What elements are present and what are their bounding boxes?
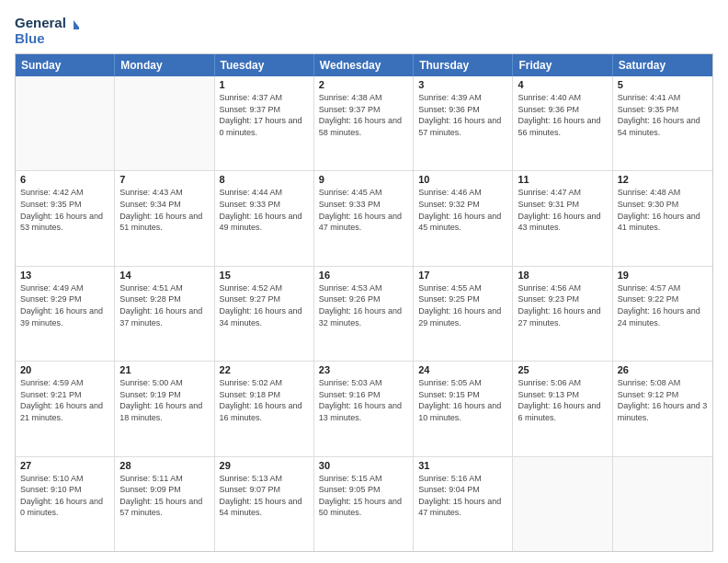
calendar-cell: 2 Sunrise: 4:38 AMSunset: 9:37 PMDayligh…	[314, 76, 414, 170]
calendar-cell: 25 Sunrise: 5:06 AMSunset: 9:13 PMDaylig…	[513, 362, 612, 455]
cell-info: Sunrise: 5:16 AMSunset: 9:04 PMDaylight:…	[418, 473, 507, 519]
cell-info: Sunrise: 4:47 AMSunset: 9:31 PMDaylight:…	[518, 187, 607, 233]
calendar-cell: 27 Sunrise: 5:10 AMSunset: 9:10 PMDaylig…	[16, 457, 115, 551]
day-number: 19	[618, 270, 708, 281]
calendar-cell: 1 Sunrise: 4:37 AMSunset: 9:37 PMDayligh…	[215, 76, 314, 170]
calendar-header-cell: Sunday	[16, 54, 115, 76]
logo: General Blue	[15, 11, 79, 48]
calendar-cell: 30 Sunrise: 5:15 AMSunset: 9:05 PMDaylig…	[314, 457, 414, 551]
svg-text:Blue: Blue	[15, 30, 45, 46]
cell-info: Sunrise: 4:38 AMSunset: 9:37 PMDaylight:…	[319, 92, 408, 138]
day-number: 25	[518, 364, 607, 375]
day-number: 30	[319, 460, 408, 471]
day-number: 28	[119, 460, 209, 471]
cell-info: Sunrise: 4:40 AMSunset: 9:36 PMDaylight:…	[518, 92, 607, 138]
day-number: 20	[20, 364, 109, 375]
calendar-header-cell: Friday	[513, 54, 612, 76]
calendar-week: 27 Sunrise: 5:10 AMSunset: 9:10 PMDaylig…	[16, 457, 712, 551]
cell-info: Sunrise: 4:59 AMSunset: 9:21 PMDaylight:…	[20, 377, 109, 423]
day-number: 12	[618, 174, 708, 185]
cell-info: Sunrise: 4:37 AMSunset: 9:37 PMDaylight:…	[220, 92, 309, 138]
day-number: 2	[319, 79, 408, 90]
calendar-cell: 12 Sunrise: 4:48 AMSunset: 9:30 PMDaylig…	[613, 171, 712, 265]
calendar-cell: 17 Sunrise: 4:55 AMSunset: 9:25 PMDaylig…	[414, 267, 513, 361]
day-number: 24	[418, 364, 507, 375]
page: General Blue SundayMondayTuesdayWednesda…	[0, 0, 728, 563]
day-number: 7	[119, 174, 209, 185]
svg-marker-2	[74, 20, 79, 29]
calendar-body: 1 Sunrise: 4:37 AMSunset: 9:37 PMDayligh…	[16, 76, 712, 551]
header: General Blue	[15, 11, 713, 48]
day-number: 17	[418, 270, 507, 281]
calendar-cell: 3 Sunrise: 4:39 AMSunset: 9:36 PMDayligh…	[414, 76, 513, 170]
cell-info: Sunrise: 4:55 AMSunset: 9:25 PMDaylight:…	[418, 282, 507, 328]
calendar-cell: 13 Sunrise: 4:49 AMSunset: 9:29 PMDaylig…	[16, 267, 115, 361]
svg-text:General: General	[15, 15, 66, 30]
calendar-cell: 16 Sunrise: 4:53 AMSunset: 9:26 PMDaylig…	[314, 267, 414, 361]
cell-info: Sunrise: 5:08 AMSunset: 9:12 PMDaylight:…	[618, 377, 708, 423]
cell-info: Sunrise: 4:56 AMSunset: 9:23 PMDaylight:…	[518, 282, 607, 328]
calendar-cell: 23 Sunrise: 5:03 AMSunset: 9:16 PMDaylig…	[314, 362, 414, 455]
cell-info: Sunrise: 4:52 AMSunset: 9:27 PMDaylight:…	[220, 282, 309, 328]
calendar-header-cell: Thursday	[414, 54, 513, 76]
cell-info: Sunrise: 4:53 AMSunset: 9:26 PMDaylight:…	[319, 282, 408, 328]
day-number: 26	[618, 364, 708, 375]
calendar-cell	[115, 76, 214, 170]
calendar-cell	[16, 76, 115, 170]
calendar-cell: 11 Sunrise: 4:47 AMSunset: 9:31 PMDaylig…	[513, 171, 612, 265]
cell-info: Sunrise: 5:15 AMSunset: 9:05 PMDaylight:…	[319, 473, 408, 519]
cell-info: Sunrise: 4:41 AMSunset: 9:35 PMDaylight:…	[618, 92, 708, 138]
cell-info: Sunrise: 5:13 AMSunset: 9:07 PMDaylight:…	[220, 473, 309, 519]
calendar-cell: 24 Sunrise: 5:05 AMSunset: 9:15 PMDaylig…	[414, 362, 513, 455]
day-number: 22	[220, 364, 309, 375]
day-number: 23	[319, 364, 408, 375]
calendar-cell: 5 Sunrise: 4:41 AMSunset: 9:35 PMDayligh…	[613, 76, 712, 170]
calendar-cell: 21 Sunrise: 5:00 AMSunset: 9:19 PMDaylig…	[115, 362, 214, 455]
calendar-cell: 29 Sunrise: 5:13 AMSunset: 9:07 PMDaylig…	[215, 457, 314, 551]
day-number: 11	[518, 174, 607, 185]
calendar-week: 6 Sunrise: 4:42 AMSunset: 9:35 PMDayligh…	[16, 171, 712, 266]
calendar-cell: 10 Sunrise: 4:46 AMSunset: 9:32 PMDaylig…	[414, 171, 513, 265]
cell-info: Sunrise: 5:10 AMSunset: 9:10 PMDaylight:…	[20, 473, 109, 519]
day-number: 1	[220, 79, 309, 90]
calendar-week: 13 Sunrise: 4:49 AMSunset: 9:29 PMDaylig…	[16, 267, 712, 362]
calendar-cell: 14 Sunrise: 4:51 AMSunset: 9:28 PMDaylig…	[115, 267, 214, 361]
day-number: 18	[518, 270, 607, 281]
calendar-cell: 6 Sunrise: 4:42 AMSunset: 9:35 PMDayligh…	[16, 171, 115, 265]
calendar-cell: 15 Sunrise: 4:52 AMSunset: 9:27 PMDaylig…	[215, 267, 314, 361]
calendar-cell: 26 Sunrise: 5:08 AMSunset: 9:12 PMDaylig…	[613, 362, 712, 455]
calendar-header: SundayMondayTuesdayWednesdayThursdayFrid…	[16, 54, 712, 76]
calendar-cell: 28 Sunrise: 5:11 AMSunset: 9:09 PMDaylig…	[115, 457, 214, 551]
calendar-header-cell: Monday	[115, 54, 214, 76]
cell-info: Sunrise: 5:00 AMSunset: 9:19 PMDaylight:…	[119, 377, 209, 423]
day-number: 13	[20, 270, 109, 281]
cell-info: Sunrise: 4:57 AMSunset: 9:22 PMDaylight:…	[618, 282, 708, 328]
calendar: SundayMondayTuesdayWednesdayThursdayFrid…	[15, 53, 713, 552]
day-number: 9	[319, 174, 408, 185]
day-number: 10	[418, 174, 507, 185]
cell-info: Sunrise: 4:39 AMSunset: 9:36 PMDaylight:…	[418, 92, 507, 138]
calendar-cell: 7 Sunrise: 4:43 AMSunset: 9:34 PMDayligh…	[115, 171, 214, 265]
day-number: 4	[518, 79, 607, 90]
calendar-header-cell: Saturday	[613, 54, 712, 76]
calendar-cell	[513, 457, 612, 551]
cell-info: Sunrise: 4:51 AMSunset: 9:28 PMDaylight:…	[119, 282, 209, 328]
day-number: 27	[20, 460, 109, 471]
calendar-cell: 19 Sunrise: 4:57 AMSunset: 9:22 PMDaylig…	[613, 267, 712, 361]
cell-info: Sunrise: 4:43 AMSunset: 9:34 PMDaylight:…	[119, 187, 209, 233]
day-number: 8	[220, 174, 309, 185]
day-number: 6	[20, 174, 109, 185]
cell-info: Sunrise: 4:42 AMSunset: 9:35 PMDaylight:…	[20, 187, 109, 233]
cell-info: Sunrise: 4:49 AMSunset: 9:29 PMDaylight:…	[20, 282, 109, 328]
day-number: 29	[220, 460, 309, 471]
cell-info: Sunrise: 4:44 AMSunset: 9:33 PMDaylight:…	[220, 187, 309, 233]
calendar-cell: 20 Sunrise: 4:59 AMSunset: 9:21 PMDaylig…	[16, 362, 115, 455]
calendar-cell	[613, 457, 712, 551]
calendar-cell: 18 Sunrise: 4:56 AMSunset: 9:23 PMDaylig…	[513, 267, 612, 361]
cell-info: Sunrise: 5:02 AMSunset: 9:18 PMDaylight:…	[220, 377, 309, 423]
cell-info: Sunrise: 4:46 AMSunset: 9:32 PMDaylight:…	[418, 187, 507, 233]
cell-info: Sunrise: 5:03 AMSunset: 9:16 PMDaylight:…	[319, 377, 408, 423]
cell-info: Sunrise: 5:11 AMSunset: 9:09 PMDaylight:…	[119, 473, 209, 519]
day-number: 15	[220, 270, 309, 281]
calendar-week: 20 Sunrise: 4:59 AMSunset: 9:21 PMDaylig…	[16, 362, 712, 456]
